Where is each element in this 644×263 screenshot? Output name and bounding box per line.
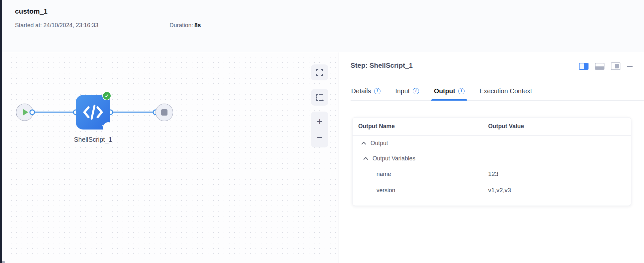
zoom-out-button[interactable]: −	[311, 130, 328, 145]
stop-icon	[161, 109, 167, 116]
chevron-up-icon[interactable]	[361, 141, 366, 145]
run-duration-value: 8s	[194, 22, 201, 29]
code-icon	[82, 105, 104, 120]
step-tabs: Details i Input i Output i Execution Con…	[351, 82, 644, 101]
run-started-at: Started at: 24/10/2024, 23:16:33	[15, 22, 98, 29]
node-label: ShellScript_1	[56, 136, 130, 143]
tab-details-label: Details	[351, 87, 371, 95]
output-value: 123	[488, 170, 631, 178]
check-icon: ✓	[102, 91, 111, 100]
group-label: Output	[371, 140, 388, 147]
run-duration: Duration:8s	[169, 22, 201, 29]
step-panel: Step: ShellScript_1 Details i Input i Ou…	[339, 52, 644, 263]
info-icon[interactable]: i	[413, 88, 419, 94]
chevron-up-icon[interactable]	[363, 157, 368, 160]
output-name: version	[353, 187, 488, 194]
tab-details[interactable]: Details i	[351, 82, 381, 100]
zoom-in-button[interactable]: +	[311, 114, 328, 130]
output-table-card: Output Name Output Value Output	[352, 117, 631, 206]
panel-right-icon[interactable]	[611, 62, 620, 70]
tab-execution-context-label: Execution Context	[480, 87, 532, 95]
table-row-version: version v1,v2,v3	[353, 182, 631, 198]
split-vertical-icon[interactable]	[579, 63, 589, 70]
table-row-output-group[interactable]: Output	[353, 135, 631, 151]
tab-output[interactable]: Output i	[433, 82, 465, 100]
split-horizontal-icon[interactable]	[595, 63, 604, 70]
expand-icon	[316, 68, 324, 76]
workflow-run-screen: custom_1 Started at: 24/10/2024, 23:16:3…	[0, 0, 644, 263]
zoom-control: + −	[311, 112, 328, 147]
column-output-value: Output Value	[488, 123, 631, 130]
fit-view-button[interactable]	[311, 64, 328, 80]
table-row-name: name 123	[353, 166, 631, 182]
table-row-output-variables-group[interactable]: Output Variables	[353, 151, 631, 166]
tab-input-label: Input	[395, 87, 410, 95]
run-header: custom_1 Started at: 24/10/2024, 23:16:3…	[2, 0, 644, 52]
play-icon	[23, 109, 28, 116]
tab-execution-context[interactable]: Execution Context	[479, 82, 533, 100]
end-node[interactable]	[156, 104, 173, 121]
output-table-header: Output Name Output Value	[353, 118, 631, 135]
run-title: custom_1	[15, 7, 48, 15]
output-name: name	[353, 171, 488, 178]
expand-sidebar-handle[interactable]	[2, 261, 9, 263]
marquee-icon	[316, 94, 323, 101]
run-duration-label: Duration:	[169, 22, 193, 29]
minimize-icon[interactable]	[627, 66, 633, 67]
panel-layout-controls	[579, 62, 633, 70]
node-type-badge: </>	[102, 124, 108, 128]
output-value: v1,v2,v3	[488, 187, 631, 194]
tab-output-label: Output	[434, 87, 455, 95]
column-output-name: Output Name	[353, 123, 488, 130]
shellscript-node[interactable]: </> ✓	[76, 95, 110, 130]
info-icon[interactable]: i	[458, 88, 465, 94]
connection-port[interactable]	[30, 110, 35, 115]
info-icon[interactable]: i	[374, 88, 380, 94]
workflow-canvas[interactable]: </> ✓ ShellScript_1 + −	[2, 52, 339, 263]
step-panel-title: Step: ShellScript_1	[351, 61, 413, 69]
group-label: Output Variables	[373, 155, 415, 162]
tab-input[interactable]: Input i	[395, 82, 420, 100]
marquee-select-button[interactable]	[311, 89, 328, 106]
